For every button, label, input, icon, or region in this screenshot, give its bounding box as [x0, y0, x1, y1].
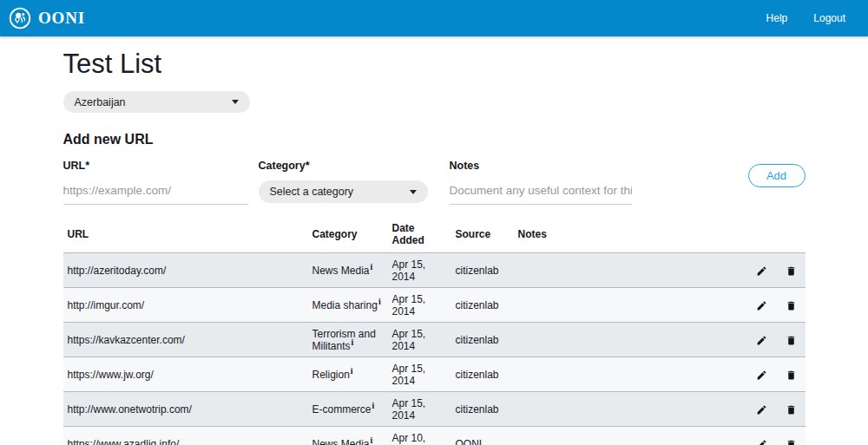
date-added-cell: Apr 15, 2014 — [389, 323, 452, 357]
page-title: Test List — [63, 49, 806, 80]
column-header-category: Category — [309, 220, 389, 253]
info-icon: i — [352, 337, 354, 347]
url-cell: http://imgur.com/ — [63, 288, 309, 323]
table-row: http://azeritoday.com/ News Mediai Apr 1… — [63, 253, 806, 288]
edit-button[interactable] — [756, 404, 767, 416]
actions-cell — [736, 357, 806, 392]
notes-cell — [515, 253, 736, 288]
category-field-group: Category* Select a category — [259, 160, 428, 203]
actions-cell — [736, 288, 806, 323]
url-cell: https://kavkazcenter.com/ — [63, 323, 309, 357]
category-field-label: Category* — [259, 160, 428, 172]
column-header-date: Date Added — [389, 220, 452, 253]
pencil-icon — [756, 370, 767, 383]
table-row: http://imgur.com/ Media sharingi Apr 15,… — [63, 288, 806, 323]
help-link[interactable]: Help — [766, 12, 788, 24]
info-icon: i — [372, 401, 375, 410]
country-dropdown[interactable]: Azerbaijan — [63, 91, 250, 113]
edit-button[interactable] — [756, 439, 767, 445]
url-table-body: http://azeritoday.com/ News Mediai Apr 1… — [63, 253, 806, 445]
delete-button[interactable] — [786, 404, 797, 416]
main-content: Test List Azerbaijan Add new URL URL* Ca… — [63, 49, 806, 445]
ooni-logo[interactable]: OONI — [9, 7, 85, 29]
edit-button[interactable] — [756, 335, 767, 346]
ooni-octopus-icon — [9, 7, 31, 29]
top-navigation-bar: OONI Help Logout — [0, 0, 868, 36]
notes-field-label: Notes — [450, 160, 632, 172]
delete-button[interactable] — [786, 265, 797, 277]
date-added-cell: Apr 15, 2014 — [389, 357, 452, 392]
edit-button[interactable] — [756, 265, 767, 277]
table-row: https://kavkazcenter.com/ Terrorism and … — [63, 323, 806, 357]
pencil-icon — [756, 301, 767, 314]
trash-icon — [786, 440, 797, 445]
edit-button[interactable] — [756, 300, 767, 311]
source-cell: citizenlab — [452, 392, 515, 427]
url-table: URL Category Date Added Source Notes htt… — [63, 220, 806, 445]
table-row: https://www.azadliq.info/ News Mediai Ap… — [63, 427, 806, 445]
category-cell: Terrorism and Militantsi — [309, 323, 389, 357]
url-table-header: URL Category Date Added Source Notes — [63, 220, 806, 253]
notes-field-group: Notes — [450, 160, 632, 205]
url-field-label: URL* — [63, 160, 248, 172]
delete-button[interactable] — [786, 439, 797, 445]
info-icon: i — [351, 366, 353, 376]
trash-icon — [786, 336, 797, 349]
trash-icon — [786, 370, 797, 383]
source-cell: citizenlab — [452, 323, 515, 357]
notes-cell — [515, 288, 736, 323]
url-cell: https://www.jw.org/ — [63, 357, 309, 392]
add-button[interactable]: Add — [748, 164, 806, 187]
top-nav-links: Help Logout — [766, 12, 845, 24]
actions-cell — [736, 427, 806, 445]
column-header-source: Source — [452, 220, 515, 253]
notes-input[interactable] — [450, 180, 632, 205]
delete-button[interactable] — [786, 335, 797, 346]
delete-button[interactable] — [786, 300, 797, 311]
notes-cell — [515, 357, 736, 392]
url-input[interactable] — [63, 180, 248, 205]
info-icon: i — [378, 297, 381, 306]
actions-cell — [736, 253, 806, 288]
category-cell: Religioni — [309, 357, 389, 392]
logout-link[interactable]: Logout — [813, 12, 845, 24]
chevron-down-icon — [410, 190, 417, 194]
url-cell: https://www.azadliq.info/ — [63, 427, 309, 445]
trash-icon — [786, 301, 797, 314]
delete-button[interactable] — [786, 370, 797, 381]
pencil-icon — [756, 440, 767, 445]
add-url-heading: Add new URL — [63, 132, 806, 147]
column-header-url: URL — [63, 220, 309, 253]
table-row: http://www.onetwotrip.com/ E-commercei A… — [63, 392, 806, 427]
column-header-notes: Notes — [515, 220, 736, 253]
table-row: https://www.jw.org/ Religioni Apr 15, 20… — [63, 357, 806, 392]
notes-cell — [515, 427, 736, 445]
source-cell: citizenlab — [452, 288, 515, 323]
pencil-icon — [756, 405, 767, 418]
trash-icon — [786, 266, 797, 279]
chevron-down-icon — [232, 100, 239, 104]
category-dropdown[interactable]: Select a category — [259, 180, 428, 203]
category-cell: News Mediai — [309, 427, 389, 445]
notes-cell — [515, 392, 736, 427]
brand-wordmark: OONI — [38, 9, 85, 28]
category-dropdown-value: Select a category — [270, 186, 354, 198]
actions-cell — [736, 392, 806, 427]
pencil-icon — [756, 266, 767, 279]
category-cell: News Mediai — [309, 253, 389, 288]
source-cell: citizenlab — [452, 253, 515, 288]
url-field-group: URL* — [63, 160, 248, 205]
trash-icon — [786, 405, 797, 418]
source-cell: citizenlab — [452, 357, 515, 392]
add-url-form: URL* Category* Select a category Notes A… — [63, 160, 806, 205]
date-added-cell: Apr 15, 2014 — [389, 288, 452, 323]
date-added-cell: Apr 10, 2017 — [389, 427, 452, 445]
edit-button[interactable] — [756, 370, 767, 381]
date-added-cell: Apr 15, 2014 — [389, 253, 452, 288]
date-added-cell: Apr 15, 2014 — [389, 392, 452, 427]
info-icon: i — [371, 262, 373, 272]
category-cell: E-commercei — [309, 392, 389, 427]
source-cell: OONI — [452, 427, 515, 445]
category-cell: Media sharingi — [309, 288, 389, 323]
notes-cell — [515, 323, 736, 357]
